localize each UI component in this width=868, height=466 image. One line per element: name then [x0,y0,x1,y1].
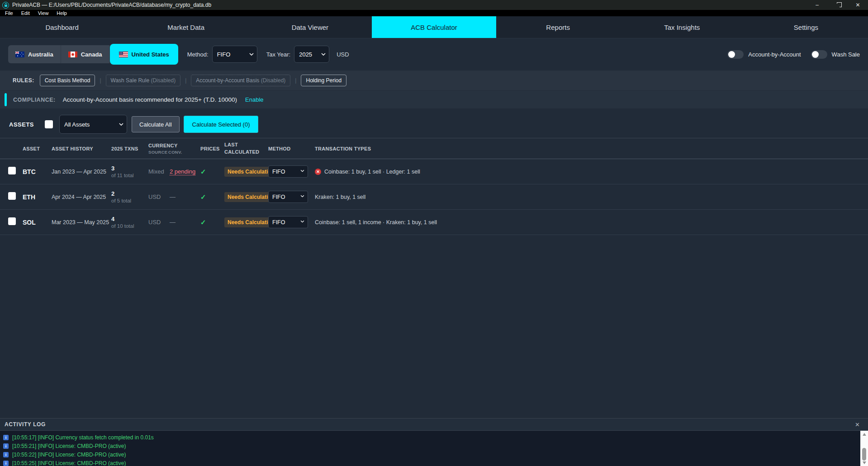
activity-log-header: ACTIVITY LOG ✕ [0,419,868,431]
rule-cost-basis-method[interactable]: Cost Basis Method [40,75,95,86]
tab-tax-insights[interactable]: Tax Insights [620,16,744,38]
header-method: METHOD [268,146,315,151]
row-method-select[interactable]: FIFO [268,165,308,178]
app-window: PrivateACB — E:/Users/PBL/Documents/Priv… [0,0,868,466]
txns-count: 4 [111,216,148,222]
menu-view[interactable]: View [35,10,52,16]
scroll-down-icon[interactable] [860,459,868,466]
assets-bar: ASSETS All Assets Calculate All Calculat… [0,113,868,136]
currency-conv: — [170,219,200,226]
restore-button[interactable] [827,0,848,10]
compliance-message: Account-by-Account basis recommended for… [63,96,237,103]
row-method-select[interactable]: FIFO [268,216,308,228]
asset-ticker: BTC [23,168,52,175]
asset-table: ASSET ASSET HISTORY 2025 TXNS CURRENCY S… [0,138,868,235]
tax-year-select[interactable]: 2025 [294,46,329,63]
row-checkbox[interactable] [8,192,16,200]
tab-data-viewer[interactable]: Data Viewer [248,16,372,38]
scroll-up-icon[interactable] [860,431,868,438]
method-select[interactable]: FIFO [212,46,257,63]
compliance-accent-bar [5,93,7,106]
log-entry-text: [10:55:21] [INFO] License: CMBD-PRO (act… [12,443,126,449]
toggle-knob [812,51,819,58]
country-canada-button[interactable]: Canada [61,45,110,63]
account-by-account-toggle[interactable] [727,50,744,59]
row-checkbox[interactable] [8,167,16,174]
method-label: Method: [187,51,209,58]
tax-year-label: Tax Year: [266,51,291,58]
header-last-calculated: LAST CALCULATED [224,141,268,156]
country-canada-label: Canada [81,51,102,58]
activity-log-close-icon[interactable]: ✕ [855,421,860,428]
canada-flag-icon [68,52,77,57]
tab-reports[interactable]: Reports [496,16,620,38]
menu-edit[interactable]: Edit [18,10,33,16]
header-currency-label: CURRENCY [148,143,200,148]
log-entry: i [10:55:25] [INFO] License: CMBD-PRO (a… [3,459,859,466]
asset-history: Mar 2023 — May 2025 [52,219,111,226]
calculate-selected-button[interactable]: Calculate Selected (0) [184,116,259,133]
tab-settings[interactable]: Settings [744,16,868,38]
wash-sale-toggle-label: Wash Sale [832,51,860,58]
log-entry: i [10:55:21] [INFO] License: CMBD-PRO (a… [3,442,859,450]
base-currency-label: USD [337,51,349,58]
activity-log-panel: ACTIVITY LOG ✕ i [10:55:17] [INFO] Curre… [0,418,868,466]
method-cell: FIFO [268,165,315,178]
wash-sale-toggle[interactable] [811,50,827,59]
method-cell: FIFO [268,191,315,203]
txns-cell: 2 of 5 total [111,190,148,203]
tab-acb-calculator[interactable]: ACB Calculator [372,16,496,38]
scrollbar-thumb[interactable] [862,448,866,461]
log-entry: i [10:55:22] [INFO] License: CMBD-PRO (a… [3,450,859,459]
calculate-all-button[interactable]: Calculate All [132,116,180,132]
rule-suffix: (Disabled) [151,77,175,84]
pending-conversions-link[interactable]: 2 pending [170,168,195,175]
rules-bar: RULES: Cost Basis Method | Wash Sale Rul… [0,71,868,90]
rule-holding-period[interactable]: Holding Period [301,75,346,86]
log-entry-text: [10:55:17] [INFO] Currency status fetch … [12,434,154,441]
row-checkbox[interactable] [8,217,16,225]
menu-bar: File Edit View Help [0,10,868,16]
assets-label: ASSETS [9,121,34,128]
country-united-states-button[interactable]: United States [110,44,178,65]
window-title: PrivateACB — E:/Users/PBL/Documents/Priv… [12,2,211,8]
country-australia-button[interactable]: Australia [8,45,61,63]
asset-ticker: SOL [23,219,52,226]
txns-cell: 4 of 10 total [111,216,148,229]
info-icon: i [3,452,9,457]
txns-total: of 11 total [111,173,148,178]
toggle-knob [728,51,735,58]
rule-wash-sale[interactable]: Wash Sale Rule (Disabled) [106,75,181,86]
compliance-enable-link[interactable]: Enable [245,96,263,103]
currency-source: USD [148,193,170,200]
method-select-wrap: FIFO [212,46,257,63]
close-button[interactable]: ✕ [848,0,868,10]
menu-help[interactable]: Help [53,10,70,16]
asset-history: Jan 2023 — Apr 2025 [52,169,111,175]
country-australia-label: Australia [28,51,53,58]
txns-count: 3 [111,165,148,172]
tab-dashboard[interactable]: Dashboard [0,16,124,38]
menu-file[interactable]: File [2,10,16,16]
select-all-checkbox[interactable] [45,120,53,128]
txns-count: 2 [111,190,148,197]
header-asset-history: ASSET HISTORY [52,146,111,151]
country-selector: Australia Canada United States [8,44,178,65]
info-icon: i [3,461,9,466]
currency-conv: 2 pending [170,168,200,175]
row-method-select[interactable]: FIFO [268,191,308,203]
tab-market-data[interactable]: Market Data [124,16,248,38]
log-scrollbar[interactable] [860,431,868,466]
minimize-button[interactable]: – [807,0,827,10]
asset-filter-select[interactable]: All Assets [59,115,127,134]
txns-cell: 3 of 11 total [111,165,148,178]
rule-separator: | [295,77,296,84]
activity-log-content: i [10:55:17] [INFO] Currency status fetc… [0,431,868,466]
txns-total: of 5 total [111,198,148,203]
currency-source: Mixed [148,168,170,175]
error-icon: ✕ [315,169,321,175]
rule-account-by-account[interactable]: Account-by-Account Basis (Disabled) [191,75,290,86]
rules-label: RULES: [13,77,34,84]
toolbar-row: Australia Canada United States Method: F… [0,45,868,63]
log-entry-text: [10:55:22] [INFO] License: CMBD-PRO (act… [12,452,126,458]
